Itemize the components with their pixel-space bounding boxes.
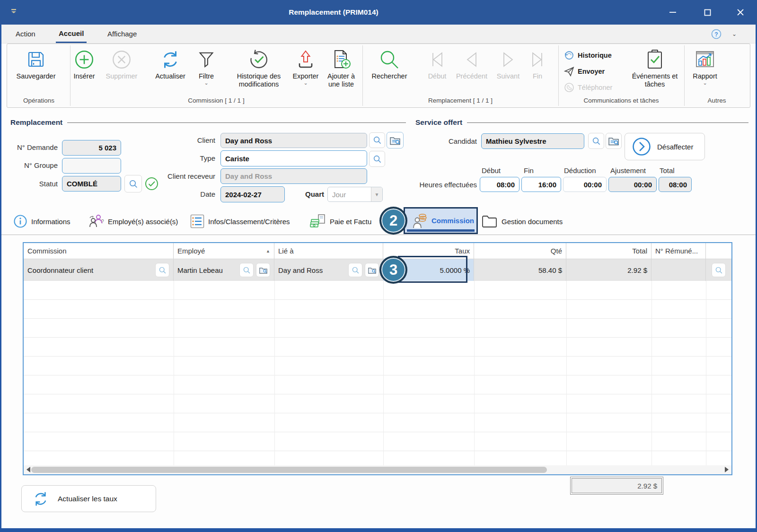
column-header-commission[interactable]: Commission [24, 243, 174, 259]
magnifier-icon [352, 266, 360, 274]
divider [1, 235, 756, 235]
cell-employe[interactable]: Martin Lebeau [174, 259, 274, 281]
refresh-button[interactable]: Actualiser [148, 47, 193, 80]
total-heures-field[interactable]: 08:00 [659, 177, 692, 192]
cell-remuneration[interactable] [651, 259, 706, 281]
historique-button[interactable]: Historique [564, 50, 612, 61]
tab-infos-classement-criteres[interactable]: Infos/Classement/Critères [190, 208, 290, 235]
no-demande-field[interactable]: 5 023 [62, 140, 121, 156]
statut-search-button[interactable] [124, 175, 142, 192]
magnifier-icon [158, 266, 167, 274]
column-header-total[interactable]: Total [566, 243, 651, 259]
magnifier-icon [243, 266, 251, 274]
client-search-button[interactable] [369, 132, 385, 148]
cell-total[interactable]: 2.92 $ [566, 259, 651, 281]
table-header: Commission Employé▲ Lié à Taux Qté Total… [24, 243, 731, 259]
cell-search-button[interactable] [239, 263, 254, 277]
candidat-field[interactable]: Mathieu Sylvestre [481, 133, 584, 149]
help-icon[interactable]: ? [711, 29, 722, 39]
close-button[interactable] [730, 0, 751, 25]
statut-field[interactable]: COMBLÉ [62, 176, 121, 192]
client-receveur-field[interactable]: Day and Ross [220, 168, 367, 184]
actualiser-taux-button[interactable]: Actualiser les taux [21, 485, 156, 512]
horizontal-scrollbar[interactable] [24, 465, 731, 474]
minimize-button[interactable] [662, 0, 684, 25]
tab-informations[interactable]: Informations [13, 208, 70, 235]
desaffecter-button[interactable]: Désaffecter [625, 133, 705, 160]
insert-button[interactable]: Insérer [69, 47, 100, 80]
events-tasks-button[interactable]: Événements et tâches [628, 47, 681, 88]
table-row[interactable]: Coordonnateur client Martin Lebeau Day a… [24, 259, 731, 281]
maximize-button[interactable] [696, 0, 718, 25]
label-deduction: Déduction [564, 166, 607, 174]
scrollbar-thumb[interactable] [31, 467, 547, 473]
column-header-qte[interactable]: Qté [474, 243, 566, 259]
column-header-employe[interactable]: Employé▲ [174, 243, 274, 259]
no-groupe-field[interactable] [62, 158, 121, 174]
column-header-lie-a[interactable]: Lié à [274, 243, 383, 259]
debut-field[interactable]: 08:00 [480, 177, 519, 192]
candidat-search-button[interactable] [588, 133, 604, 149]
type-search-button[interactable] [369, 151, 385, 167]
client-field[interactable]: Day and Ross [220, 133, 367, 148]
title-bar: Remplacement (PRIM014) [0, 0, 757, 25]
nav-first-button[interactable]: Début [424, 47, 450, 80]
quart-value: Jour [328, 191, 371, 199]
envoyer-button[interactable]: Envoyer [564, 66, 605, 77]
cell-open-button[interactable] [256, 263, 270, 277]
tab-paie-facturation[interactable]: Paie et Factu [310, 208, 371, 235]
cell-open-button[interactable] [365, 263, 379, 277]
menu-affichage[interactable]: Affichage [105, 25, 140, 43]
export-button[interactable]: Exporter ⌄ [287, 47, 324, 85]
history-modifications-button[interactable]: Historique des modifications [230, 47, 287, 88]
filter-button[interactable]: Filtre ⌄ [193, 47, 220, 85]
phone-icon [564, 82, 574, 93]
tab-commission[interactable]: Commission [404, 207, 478, 234]
grand-total-value: 2.92 $ [572, 478, 662, 493]
nav-prev-button[interactable]: Précédent [450, 47, 493, 80]
menu-accueil[interactable]: Accueil [56, 25, 87, 43]
divider [706, 281, 706, 465]
deduction-field[interactable]: 00:00 [563, 177, 607, 192]
client-open-button[interactable] [387, 132, 404, 148]
ajustement-field[interactable]: 00:00 [608, 177, 657, 192]
cell-commission[interactable]: Coordonnateur client [24, 259, 174, 281]
insert-icon [73, 47, 95, 72]
add-to-list-button[interactable]: Ajouter à une liste [324, 47, 359, 88]
scroll-left-icon[interactable] [26, 467, 30, 472]
cell-search-button[interactable] [155, 263, 169, 277]
telephoner-button[interactable]: Téléphoner [564, 82, 612, 93]
type-field[interactable]: Cariste [220, 150, 367, 166]
nav-next-button[interactable]: Suivant [493, 47, 523, 80]
divider [274, 281, 275, 465]
date-field[interactable]: 2024-02-27 [220, 186, 285, 202]
label-debut: Début [482, 166, 510, 174]
ribbon-group-remplacement: Remplacement [ 1 / 1 ] [362, 97, 558, 104]
cell-search-button[interactable] [712, 263, 726, 277]
nav-first-icon [428, 47, 446, 72]
delete-button[interactable]: Supprimer [100, 47, 143, 80]
tab-employes-associes[interactable]: ? Employé(s) associé(s) [88, 208, 178, 235]
tab-gestion-documents[interactable]: Gestion documents [482, 208, 563, 235]
fin-field[interactable]: 16:00 [521, 177, 561, 192]
label-total: Total [660, 166, 686, 174]
cell-lie-a[interactable]: Day and Ross [274, 259, 383, 281]
chevron-down-icon[interactable]: ▼ [371, 187, 382, 201]
report-button[interactable]: Rapport ⌄ [687, 47, 723, 85]
info-icon [13, 214, 27, 228]
cell-search-button[interactable] [348, 263, 362, 277]
label-type: Type [161, 154, 215, 162]
nav-last-button[interactable]: Fin [525, 47, 550, 80]
candidat-open-button[interactable] [606, 133, 622, 149]
scroll-right-icon[interactable] [725, 467, 729, 472]
save-button[interactable]: Sauvegarder [10, 47, 62, 80]
menu-action[interactable]: Action [13, 25, 38, 43]
magnifier-icon [373, 155, 382, 164]
cell-qte[interactable]: 58.40 $ [474, 259, 566, 281]
column-header-remuneration[interactable]: N° Rémuné... [651, 243, 706, 259]
chevron-down-icon[interactable]: ⌄ [732, 31, 737, 37]
folder-search-icon [368, 266, 377, 274]
search-button[interactable]: Rechercher [367, 47, 412, 80]
annotation-box-taux [398, 256, 467, 283]
quart-dropdown[interactable]: Jour ▼ [327, 187, 383, 202]
